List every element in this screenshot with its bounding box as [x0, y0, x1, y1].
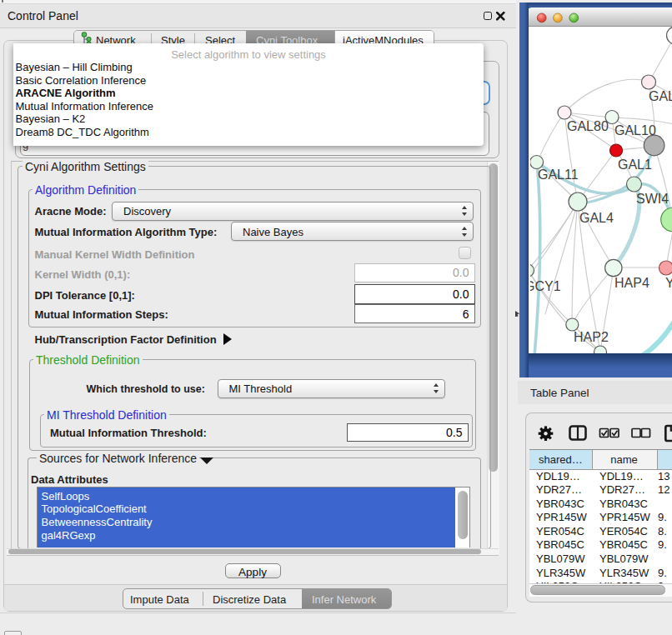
svg-text:GAL4: GAL4: [579, 211, 614, 225]
svg-text:GAL80: GAL80: [567, 119, 609, 133]
svg-text:GAL11: GAL11: [538, 168, 579, 182]
svg-text:GAL10: GAL10: [614, 123, 656, 138]
svg-text:GAL1: GAL1: [618, 158, 652, 172]
svg-text:HAP4: HAP4: [614, 276, 649, 290]
svg-text:SWI4: SWI4: [636, 192, 669, 206]
svg-text:HAP2: HAP2: [574, 330, 609, 344]
svg-text:GAL7: GAL7: [649, 89, 672, 103]
svg-text:YJL: YJL: [665, 276, 672, 290]
svg-text:GCY1: GCY1: [530, 279, 561, 293]
